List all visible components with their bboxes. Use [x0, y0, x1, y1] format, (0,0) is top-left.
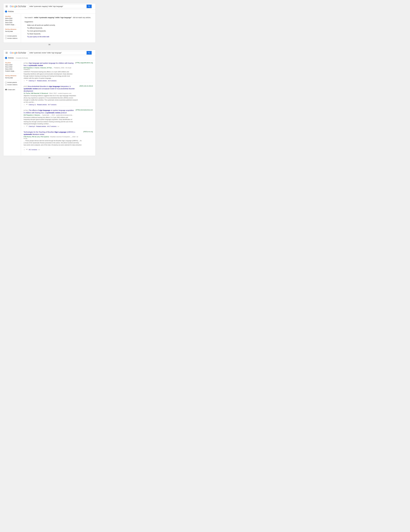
sort-relevance-a[interactable]: Sort by relevance [5, 28, 19, 30]
result-title-3[interactable]: [HTML] The effects of sign language on s… [24, 109, 74, 114]
versions-4[interactable]: All 2 versions [29, 149, 37, 151]
hamburger-menu-icon-b[interactable] [5, 52, 8, 54]
related-articles-3[interactable]: Related articles [36, 125, 46, 127]
search-button-b[interactable] [87, 51, 92, 55]
search-input-a[interactable]: intitle:"systematic mapping" intitle:"si… [28, 5, 87, 8]
result-title-text-4: Technologies for the Teaching of Brazili… [24, 131, 75, 135]
include-citations-checkbox-b[interactable] [5, 84, 7, 86]
quote-icon-4[interactable]: ❝❞ [26, 149, 28, 151]
quote-icon-1[interactable]: ❝❞ [26, 80, 28, 82]
filter-since-2015-b[interactable]: Since 2015 [5, 68, 19, 70]
result-actions-1: ☆ ❝❞ Cited by 17 Related articles All 4 … [24, 80, 74, 82]
cited-by-2[interactable]: Cited by 11 [29, 104, 36, 105]
include-citations-b[interactable]: include citations [5, 84, 19, 86]
result-main-1: [HTML] Sign language and spoken language… [24, 62, 75, 82]
result-tag-1: [HTML] [24, 62, 28, 64]
sort-relevance-b[interactable]: Sort by relevance [5, 75, 19, 76]
suggestion-5-a[interactable]: Try your query on the entire web [27, 36, 92, 38]
header-a: Google Scholar intitle:"systematic mappi… [3, 3, 96, 10]
hamburger-menu-icon[interactable] [5, 5, 8, 8]
time-filter-section-b: Any time Since 2019 Since 2018 Since 201… [5, 62, 19, 72]
result-authors-1: EM Fitzpatrick, C Hamel, A Stevens, M Pr… [24, 67, 74, 70]
suggestion-1-a: Make sure all words are spelled correctl… [27, 24, 92, 26]
suggestion-4-a: Try fewer keywords. [27, 33, 92, 35]
result-source-1: [HTML] aappublications.org [75, 62, 93, 64]
sidebar-divider-2-a [5, 34, 19, 34]
quote-icon-2[interactable]: ❝❞ [26, 104, 28, 105]
filter-custom-range-b[interactable]: Custom range... [5, 70, 19, 72]
result-tag-3: [HTML] [24, 110, 28, 111]
no-results-message-a: Your search - intitle:"systematic mappin… [25, 16, 92, 19]
query-on-web-link-a[interactable]: Try your query on the entire web [27, 36, 49, 38]
include-citations-a[interactable]: include citations [5, 38, 19, 39]
cited-by-1[interactable]: Cited by 17 [29, 80, 36, 82]
result-tag-2: [PDF] [24, 86, 27, 87]
include-citations-checkbox-a[interactable] [5, 38, 7, 39]
search-box-a[interactable]: intitle:"systematic mapping" intitle:"si… [28, 4, 92, 8]
articles-bar-b: Articles 4 results (0.16 sec) [3, 56, 96, 60]
filter-any-time-b[interactable]: Any time [5, 62, 19, 64]
related-articles-2[interactable]: Related articles [37, 104, 47, 105]
suggestions-label-a: Suggestions: [25, 20, 92, 23]
scholar-text: Scholar [18, 5, 26, 8]
filter-custom-range-a[interactable]: Custom range... [5, 24, 19, 26]
google-scholar-logo-b: Google Scholar [10, 51, 26, 54]
quote-icon-3[interactable]: ❝❞ [26, 125, 28, 127]
checkbox-section-a: include patents include citations [5, 35, 19, 39]
result-row-1: [HTML] Sign language and spoken language… [24, 62, 93, 82]
result-title-4[interactable]: Technologies for the Teaching of Brazili… [24, 131, 82, 135]
cited-by-3[interactable]: Cited by 8 [29, 125, 35, 127]
result-item-3: [HTML] The effects of sign language on s… [24, 109, 93, 128]
result-title-text-2: Musculoskeletal disorders in sign langua… [24, 86, 75, 92]
versions-2[interactable]: All 7 versions [48, 104, 56, 105]
panel-b-content: Google Scholar intitle:"systematic revie… [3, 50, 96, 156]
result-title-2[interactable]: [PDF] Musculoskeletal disorders in sign … [24, 85, 78, 92]
results-count-b: 4 results (0.16 sec) [16, 57, 28, 59]
result-title-text-3: The effects of sign language on spoken l… [24, 109, 74, 114]
articles-label-b: Articles [8, 57, 14, 59]
screenshot-container: Google Scholar intitle:"systematic mappi… [3, 3, 96, 159]
include-patents-a[interactable]: include patents [5, 35, 19, 37]
search-box-b[interactable]: intitle:"systematic review" intitle:"sig… [28, 51, 92, 55]
envelope-icon-b [5, 89, 7, 90]
filter-since-2015-a[interactable]: Since 2015 [5, 22, 19, 23]
result-row-3: [HTML] The effects of sign language on s… [24, 109, 93, 127]
star-icon-1[interactable]: ☆ [24, 80, 25, 82]
panel-a: Google Scholar intitle:"systematic mappi… [3, 3, 96, 45]
time-filter-section-a: Any time Since 2019 Since 2018 Since 201… [5, 16, 19, 26]
include-patents-b[interactable]: include patents [5, 82, 19, 83]
search-button-a[interactable] [87, 5, 92, 8]
include-patents-checkbox-a[interactable] [5, 35, 7, 37]
result-main-2: [PDF] Musculoskeletal disorders in sign … [24, 85, 80, 105]
create-alert-b[interactable]: Create alert [5, 89, 19, 90]
result-actions-2: ☆ ❝❞ Cited by 11 Related articles All 7 … [24, 104, 78, 105]
sort-date-a[interactable]: Sort by date [5, 30, 19, 32]
star-icon-4[interactable]: ☆ [24, 149, 25, 151]
result-title-1[interactable]: [HTML] Sign language and spoken language… [24, 62, 74, 66]
checkbox-section-b: include patents include citations [5, 82, 19, 86]
result-snippet-3: Permanent childhood hearing loss affects… [24, 116, 74, 125]
no-results-content-a: Your search - intitle:"systematic mappin… [21, 14, 96, 43]
sort-filter-section-b: Sort by relevance Sort by date [5, 75, 19, 79]
result-actions-4: ☆ ❝❞ All 2 versions »» [24, 149, 82, 151]
filter-any-time-a[interactable]: Any time [5, 16, 19, 17]
diamond-icon-a [5, 10, 7, 13]
result-item-1: [HTML] Sign language and spoken language… [24, 62, 93, 83]
include-patents-checkbox-b[interactable] [5, 82, 7, 83]
versions-3[interactable]: All 17 versions [47, 125, 57, 127]
related-articles-1[interactable]: Related articles [37, 80, 47, 82]
result-main-3: [HTML] The effects of sign language on s… [24, 109, 76, 127]
filter-since-2019-b[interactable]: Since 2019 [5, 64, 19, 66]
panel-a-label: (a) [3, 44, 96, 45]
filter-since-2019-a[interactable]: Since 2019 [5, 18, 19, 19]
result-row-2: [PDF] Musculoskeletal disorders in sign … [24, 85, 93, 105]
sidebar-divider-3-b [5, 87, 19, 87]
sort-date-b[interactable]: Sort by date [5, 77, 19, 79]
versions-1[interactable]: All 4 versions [48, 80, 56, 82]
star-icon-2[interactable]: ☆ [24, 104, 25, 105]
star-icon-3[interactable]: ☆ [24, 125, 25, 127]
sidebar-divider-1-b [5, 74, 19, 74]
search-input-b[interactable]: intitle:"systematic review" intitle:"sig… [28, 51, 87, 55]
filter-since-2018-a[interactable]: Since 2018 [5, 20, 19, 21]
filter-since-2018-b[interactable]: Since 2018 [5, 66, 19, 68]
